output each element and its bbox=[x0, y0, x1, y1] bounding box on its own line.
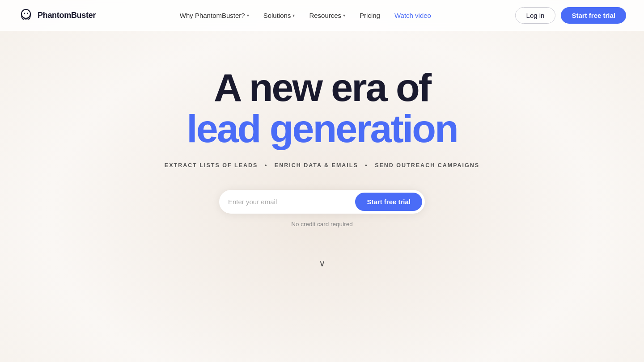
hero-subtitle-part2: ENRICH DATA & EMAILS bbox=[275, 162, 358, 168]
nav-item-solutions-label: Solutions bbox=[263, 12, 291, 19]
chevron-down-icon: ▾ bbox=[343, 13, 345, 18]
hero-subtitle: EXTRACT LISTS OF LEADS • ENRICH DATA & E… bbox=[165, 162, 479, 168]
hero-subtitle-part3: SEND OUTREACH CAMPAIGNS bbox=[375, 162, 479, 168]
email-form: Start free trial bbox=[219, 190, 425, 214]
svg-point-0 bbox=[21, 9, 30, 18]
nav-item-solutions[interactable]: Solutions ▾ bbox=[257, 8, 301, 23]
hero-subtitle-part1: EXTRACT LISTS OF LEADS bbox=[165, 162, 258, 168]
logo-text: PhantomBuster bbox=[38, 11, 96, 20]
phantombuster-logo-icon bbox=[18, 8, 34, 24]
start-trial-nav-button[interactable]: Start free trial bbox=[561, 7, 626, 24]
hero-title-line2: lead generation bbox=[186, 108, 457, 149]
nav-item-video-label: Watch video bbox=[394, 12, 431, 19]
email-input[interactable] bbox=[228, 198, 355, 206]
chevron-down-icon: ▾ bbox=[247, 13, 249, 18]
nav-actions: Log in Start free trial bbox=[515, 7, 626, 24]
nav-item-pricing-label: Pricing bbox=[360, 12, 380, 19]
svg-point-2 bbox=[27, 13, 28, 14]
hero-title: A new era of lead generation bbox=[186, 67, 457, 162]
nav-logo[interactable]: PhantomBuster bbox=[18, 8, 96, 24]
scroll-chevron-icon: ∨ bbox=[319, 259, 326, 268]
no-credit-card-text: No credit card required bbox=[291, 221, 352, 227]
hero-section: A new era of lead generation EXTRACT LIS… bbox=[0, 31, 644, 286]
hero-subtitle-dot2: • bbox=[365, 162, 368, 168]
nav-item-pricing[interactable]: Pricing bbox=[353, 8, 386, 23]
nav-menu: Why PhantomBuster? ▾ Solutions ▾ Resourc… bbox=[174, 8, 437, 23]
hero-subtitle-dot1: • bbox=[265, 162, 267, 168]
login-button[interactable]: Log in bbox=[515, 7, 556, 24]
svg-point-1 bbox=[24, 13, 25, 14]
nav-item-resources-label: Resources bbox=[309, 12, 341, 19]
nav-item-watch-video[interactable]: Watch video bbox=[388, 8, 437, 23]
nav-item-why-label: Why PhantomBuster? bbox=[180, 12, 245, 19]
start-trial-hero-button[interactable]: Start free trial bbox=[355, 193, 422, 211]
navbar: PhantomBuster Why PhantomBuster? ▾ Solut… bbox=[0, 0, 644, 31]
chevron-down-icon: ▾ bbox=[292, 13, 295, 18]
hero-title-line1: A new era of bbox=[186, 67, 457, 108]
nav-item-resources[interactable]: Resources ▾ bbox=[303, 8, 352, 23]
nav-item-why[interactable]: Why PhantomBuster? ▾ bbox=[174, 8, 255, 23]
scroll-indicator[interactable]: ∨ bbox=[319, 259, 326, 268]
